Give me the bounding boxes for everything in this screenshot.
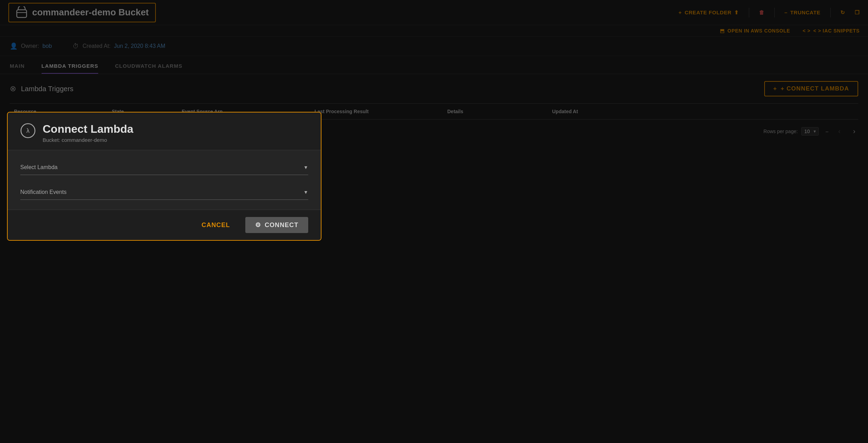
svg-text:λ: λ	[27, 127, 30, 134]
select-lambda-label: Select Lambda ▼	[20, 163, 308, 172]
modal-overlay: λ Connect Lambda Bucket: commandeer-demo…	[0, 0, 868, 443]
modal-lambda-icon: λ	[20, 123, 36, 141]
select-lambda-arrow-icon: ▼	[303, 165, 308, 170]
notification-events-arrow-icon: ▼	[303, 189, 308, 195]
connect-button[interactable]: ⚙ CONNECT	[245, 217, 308, 233]
connect-btn-icon: ⚙	[255, 221, 261, 229]
cancel-button[interactable]: CANCEL	[195, 218, 237, 232]
modal-footer: CANCEL ⚙ CONNECT	[8, 210, 321, 240]
modal-title: Connect Lambda	[43, 122, 133, 136]
modal-subtitle: Bucket: commandeer-demo	[43, 137, 133, 143]
modal-body: Select Lambda ▼ Notification Events ▼	[8, 150, 321, 210]
notification-events-label: Notification Events ▼	[20, 188, 308, 197]
connect-lambda-modal: λ Connect Lambda Bucket: commandeer-demo…	[7, 112, 321, 241]
modal-header-text: Connect Lambda Bucket: commandeer-demo	[43, 122, 133, 143]
notification-events-field[interactable]: Notification Events ▼	[20, 188, 308, 200]
modal-header: λ Connect Lambda Bucket: commandeer-demo	[8, 112, 321, 150]
select-lambda-field[interactable]: Select Lambda ▼	[20, 163, 308, 175]
